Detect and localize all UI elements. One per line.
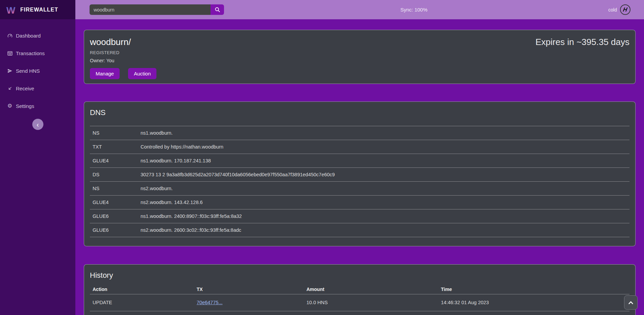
dns-record-type: GLUE6: [90, 209, 138, 223]
dns-record-type: NS: [90, 126, 138, 140]
dns-row: TXT Controlled by https://nathan.woodbur…: [90, 140, 629, 154]
sidebar-nav: Dashboard Transactions Send HNS: [0, 19, 75, 115]
search-input[interactable]: [90, 4, 210, 15]
dns-row: GLUE6 ns2.woodburn. 2600:3c02::f03c:93ff…: [90, 223, 629, 237]
history-row: RENEW d7b5d4... 10.0 HNS 15:47:08 07 Jul…: [90, 311, 629, 315]
chevron-left-icon: ‹: [36, 121, 39, 128]
dns-card: DNS NS ns1.woodburn. TXT Controlled by h…: [84, 102, 636, 246]
history-table: Action TX Amount Time UPDATE 70e64775...…: [90, 285, 629, 315]
history-card: History Action TX Amount Time UPDATE 70e…: [84, 264, 636, 315]
dns-row: GLUE6 ns1.woodburn. 2400:8907::f03c:93ff…: [90, 209, 629, 223]
search-group: [90, 4, 224, 15]
sidebar-item-label: Dashboard: [16, 33, 41, 39]
app-logo: W FIREWALLET: [0, 0, 75, 19]
history-amount: 10.0 HNS: [304, 311, 438, 315]
dns-record-type: TXT: [90, 140, 138, 154]
domain-card: woodburn/ Expires in ~395.35 days REGIST…: [84, 30, 636, 84]
dns-record-value: ns2.woodburn. 2600:3c02::f03c:93ff:fe5a:…: [138, 223, 629, 237]
sidebar-item-dashboard[interactable]: Dashboard: [0, 27, 75, 44]
paper-plane-icon: [7, 68, 13, 74]
history-header-amount: Amount: [304, 285, 438, 294]
arrow-down-left-icon: [7, 85, 13, 91]
history-row: UPDATE 70e64775... 10.0 HNS 14:46:32 01 …: [90, 294, 629, 311]
history-header-tx: TX: [194, 285, 304, 294]
sidebar-item-label: Settings: [16, 103, 34, 109]
domain-title: woodburn/: [90, 37, 131, 47]
sidebar-item-label: Send HNS: [16, 68, 40, 74]
wallet-name-label: cold: [608, 7, 617, 13]
table-icon: [7, 50, 13, 56]
dns-row: GLUE4 ns2.woodburn. 143.42.128.6: [90, 196, 629, 209]
domain-owner: Owner: You: [90, 58, 629, 63]
domain-status-badge: REGISTERED: [90, 50, 629, 55]
dns-record-value: ns2.woodburn. 143.42.128.6: [138, 196, 629, 209]
scroll-top-button[interactable]: [624, 295, 638, 310]
sync-status: Sync: 100%: [400, 7, 427, 13]
dns-row: GLUE4 ns1.woodburn. 170.187.241.138: [90, 154, 629, 168]
history-header-row: Action TX Amount Time: [90, 285, 629, 294]
domain-expiry: Expires in ~395.35 days: [536, 37, 629, 47]
dns-record-value: 30273 13 2 9a3a8fb3d625d2a2073d740f10da6…: [138, 168, 629, 182]
dns-record-value: ns1.woodburn. 2400:8907::f03c:93ff:fe5a:…: [138, 209, 629, 223]
dns-title: DNS: [90, 108, 629, 117]
search-button[interactable]: [210, 4, 224, 15]
main-content: woodburn/ Expires in ~395.35 days REGIST…: [75, 19, 644, 315]
search-icon: [215, 7, 220, 13]
dns-table: NS ns1.woodburn. TXT Controlled by https…: [90, 126, 629, 237]
history-title: History: [90, 271, 629, 280]
sidebar-item-transactions[interactable]: Transactions: [0, 44, 75, 62]
dns-record-type: NS: [90, 182, 138, 196]
topbar: Sync: 100% cold H: [75, 0, 644, 19]
dns-record-type: GLUE4: [90, 196, 138, 209]
history-action: RENEW: [90, 311, 194, 315]
sidebar-item-label: Transactions: [16, 50, 45, 56]
manage-button[interactable]: Manage: [90, 68, 120, 79]
svg-text:W: W: [6, 5, 16, 15]
sidebar: W FIREWALLET Dashboard Tran: [0, 0, 75, 315]
tachometer-icon: [7, 32, 13, 39]
sidebar-collapse-button[interactable]: ‹: [32, 119, 43, 130]
dns-row: NS ns1.woodburn.: [90, 126, 629, 140]
wallet-selector: cold H: [608, 4, 630, 15]
dns-record-value: ns1.woodburn.: [138, 126, 629, 140]
history-header-action: Action: [90, 285, 194, 294]
history-time: 15:47:08 07 Jul 2023: [438, 311, 629, 315]
brand-title: FIREWALLET: [20, 7, 58, 13]
sidebar-item-settings[interactable]: ⚙ Settings: [0, 97, 75, 115]
chevron-up-icon: [628, 301, 634, 305]
history-time: 14:46:32 01 Aug 2023: [438, 294, 629, 311]
sidebar-item-send-hns[interactable]: Send HNS: [0, 62, 75, 80]
tx-link[interactable]: 70e64775...: [197, 300, 223, 305]
dns-record-type: GLUE6: [90, 223, 138, 237]
dns-record-value: ns1.woodburn. 170.187.241.138: [138, 154, 629, 168]
auction-button[interactable]: Auction: [128, 68, 156, 79]
dns-row: NS ns2.woodburn.: [90, 182, 629, 196]
history-action: UPDATE: [90, 294, 194, 311]
history-header-time: Time: [438, 285, 629, 294]
firewallet-w-logo-icon: W: [5, 5, 17, 15]
gear-icon: ⚙: [7, 103, 13, 109]
sidebar-item-receive[interactable]: Receive: [0, 80, 75, 97]
history-amount: 10.0 HNS: [304, 294, 438, 311]
dns-record-value: ns2.woodburn.: [138, 182, 629, 196]
dns-record-type: GLUE4: [90, 154, 138, 168]
dns-row: DS 30273 13 2 9a3a8fb3d625d2a2073d740f10…: [90, 168, 629, 182]
dns-record-type: DS: [90, 168, 138, 182]
handshake-logo-icon[interactable]: H: [620, 4, 630, 15]
dns-record-value: Controlled by https://nathan.woodburn: [138, 140, 629, 154]
sidebar-item-label: Receive: [16, 86, 34, 91]
